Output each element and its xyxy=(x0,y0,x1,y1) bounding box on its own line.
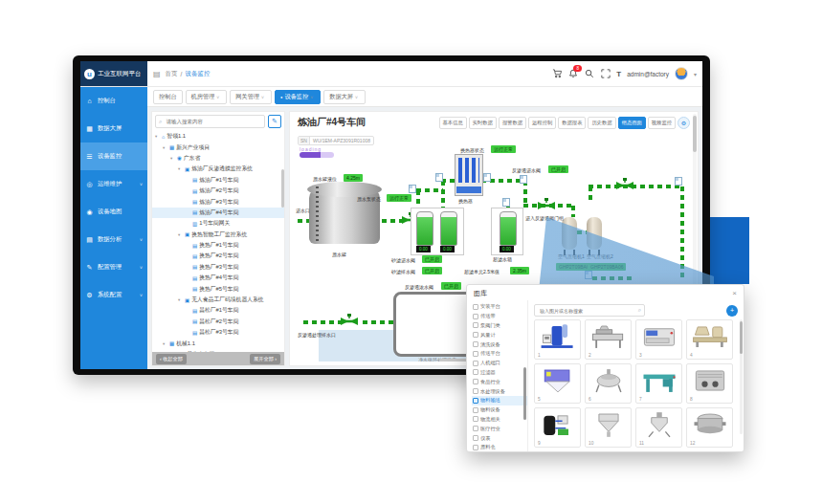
avatar[interactable] xyxy=(675,67,688,80)
tree-node[interactable]: ▤ 换热厂#1号车间 xyxy=(152,240,284,251)
checkbox-icon[interactable] xyxy=(473,445,478,450)
tree-search-input[interactable] xyxy=(164,118,261,125)
tree-node[interactable]: ▤ 昌松厂#2号车间 xyxy=(152,317,284,327)
breadcrumb-home[interactable]: 首页 xyxy=(166,70,178,78)
expand-all-button[interactable]: 展开全部 › xyxy=(250,354,280,364)
gallery-item[interactable]: 9 xyxy=(534,407,581,448)
user-menu-caret-icon[interactable]: ▾ xyxy=(694,71,697,77)
tree-caret-icon[interactable]: ▾ xyxy=(155,134,160,139)
tree-node[interactable]: ▤ 炼油厂#1号车间 xyxy=(152,175,284,186)
tree-node[interactable]: ▾ ▦ 机械1.1 xyxy=(152,338,284,348)
tree-caret-icon[interactable]: ▾ xyxy=(163,341,167,346)
checkbox-icon[interactable] xyxy=(473,361,478,366)
tree-node[interactable]: ▤ 炼油厂#3号车间 xyxy=(152,196,284,207)
tree-node[interactable]: ▤ 昌松厂#3号车间 xyxy=(152,327,284,338)
checkbox-icon[interactable] xyxy=(473,426,478,431)
tree-node[interactable]: ▤ 炼油厂#2号车间 xyxy=(152,186,284,196)
gallery-category[interactable]: 传送带 xyxy=(472,312,527,321)
sidebar-item[interactable]: ✎ 配置管理 ˅ xyxy=(80,253,147,281)
tree-node[interactable]: ▾ ▦ 新兴产业项目 xyxy=(152,142,284,152)
checkbox-icon[interactable] xyxy=(473,407,478,413)
tree-node[interactable]: ▥ 1号车间网关 xyxy=(152,218,284,229)
gallery-category[interactable]: 安装平台 xyxy=(472,302,527,312)
notifications-bell-icon[interactable]: 8 xyxy=(567,69,578,79)
collapse-all-button[interactable]: ‹ 收起全部 xyxy=(156,354,187,364)
gallery-category[interactable]: 仪表 xyxy=(472,433,527,443)
category-scrollbar-thumb[interactable] xyxy=(523,367,526,420)
user-name[interactable]: admin@factory xyxy=(627,71,669,77)
gallery-category[interactable]: 水处理设备 xyxy=(472,386,527,396)
tree-node[interactable]: ▾ ▣ 无人食品工厂码垛机器人系统 xyxy=(152,295,284,305)
gallery-category[interactable]: 风量计 xyxy=(472,330,527,340)
gallery-category[interactable]: 物流相关 xyxy=(472,415,527,425)
collapse-menu-icon[interactable]: ▤ xyxy=(153,70,161,78)
tree-node[interactable]: ▾ ▣ 换热智能工厂监控系统 xyxy=(152,230,284,240)
checkbox-icon[interactable] xyxy=(473,369,478,375)
tree-node[interactable]: ▤ 换热厂#3号车间 xyxy=(152,262,284,273)
gallery-category[interactable]: 人机端口 xyxy=(472,359,527,368)
device-action-button[interactable]: 视频监控 xyxy=(648,117,676,129)
device-action-button[interactable]: 实时数据 xyxy=(469,117,497,129)
gallery-item[interactable]: 8 xyxy=(686,363,733,404)
gallery-search-input[interactable] xyxy=(538,307,636,315)
tree-node[interactable]: ▤ 炼油厂#4号车间 xyxy=(152,208,284,218)
gallery-item[interactable]: 1 xyxy=(534,319,581,360)
tree-node[interactable]: ▾ ◉ 广东省 xyxy=(152,153,284,164)
gallery-category[interactable]: 医疗行业 xyxy=(472,424,527,433)
tree-node[interactable]: ▤ 换热厂#4号车间 xyxy=(152,273,284,283)
checkbox-icon[interactable] xyxy=(473,314,478,319)
tree-caret-icon[interactable]: ▾ xyxy=(178,166,183,171)
gallery-category[interactable]: 传送平台 xyxy=(472,349,527,359)
checkbox-icon[interactable] xyxy=(473,435,478,441)
checkbox-icon[interactable] xyxy=(473,322,478,328)
upload-button[interactable]: + xyxy=(726,305,738,317)
device-action-button[interactable]: 基本信息 xyxy=(439,117,467,129)
tree-node[interactable]: ▾ ⌂ 智领1.1 xyxy=(152,131,284,142)
cart-icon[interactable] xyxy=(551,69,562,79)
checkbox-icon[interactable] xyxy=(473,388,478,394)
checkbox-icon[interactable] xyxy=(473,332,478,338)
checkbox-icon[interactable] xyxy=(473,398,478,404)
close-icon[interactable]: × xyxy=(732,290,737,297)
gallery-item[interactable]: 3 xyxy=(635,319,682,360)
tree-node[interactable]: ▤ 换热厂#2号车间 xyxy=(152,251,284,261)
edit-tree-icon[interactable]: ✎ xyxy=(268,115,281,128)
checkbox-icon[interactable] xyxy=(473,304,478,310)
tree-caret-icon[interactable]: ▾ xyxy=(178,297,183,302)
checkbox-icon[interactable] xyxy=(473,379,478,384)
tree-node[interactable]: ▤ 昌松厂#1号车间 xyxy=(152,305,284,316)
gallery-category[interactable]: 过滤器 xyxy=(472,368,527,378)
checkbox-icon[interactable] xyxy=(473,341,478,347)
tree-caret-icon[interactable]: ▾ xyxy=(178,232,183,237)
sidebar-item[interactable]: ▤ 数据分析 ˅ xyxy=(80,226,147,253)
gallery-item[interactable]: 7 xyxy=(635,363,682,404)
gallery-category[interactable]: 泵阀门类 xyxy=(472,321,527,331)
tab[interactable]: 控制台 xyxy=(153,90,183,104)
main-scrollbar-thumb[interactable] xyxy=(693,116,697,152)
device-action-button[interactable]: 数据报表 xyxy=(558,117,586,129)
gallery-item[interactable]: 5 xyxy=(534,363,581,404)
tab[interactable]: ● 设备监控 ˅ xyxy=(275,90,321,104)
gallery-item[interactable]: 6 xyxy=(585,363,632,404)
tree-caret-icon[interactable]: ▾ xyxy=(170,156,175,161)
device-action-button[interactable]: 组态画面 xyxy=(618,117,646,129)
grid-scrollbar-thumb[interactable] xyxy=(740,321,743,354)
sidebar-item[interactable]: ◎ 运维维护 ˅ xyxy=(80,170,147,198)
gallery-item[interactable]: 2 xyxy=(585,319,632,360)
tab[interactable]: 数据大屏 ˅ xyxy=(323,90,366,104)
device-action-button[interactable]: 报警数据 xyxy=(499,117,526,129)
tab[interactable]: 网关管理 ˅ xyxy=(230,90,272,104)
gear-icon[interactable]: ⚙ xyxy=(678,117,690,129)
font-size-icon[interactable]: T xyxy=(616,70,621,78)
tree-scrollbar-thumb[interactable] xyxy=(281,169,284,208)
gallery-category[interactable]: 原料仓 xyxy=(472,443,527,451)
device-action-button[interactable]: 历史数据 xyxy=(588,117,615,129)
tree-node[interactable]: ▤ 1号生产车间 xyxy=(152,349,284,352)
fullscreen-icon[interactable] xyxy=(600,69,611,79)
tree-node[interactable]: ▾ ▣ 炼油厂反渗透膜监控系统 xyxy=(152,164,284,174)
sidebar-item[interactable]: ◉ 设备地图 xyxy=(80,198,147,226)
sidebar-item[interactable]: ☰ 设备监控 xyxy=(80,142,147,170)
gallery-item[interactable]: 4 xyxy=(686,319,733,360)
gallery-category[interactable]: 物料输送 xyxy=(472,396,527,405)
device-action-button[interactable]: 远程控制 xyxy=(528,117,556,129)
